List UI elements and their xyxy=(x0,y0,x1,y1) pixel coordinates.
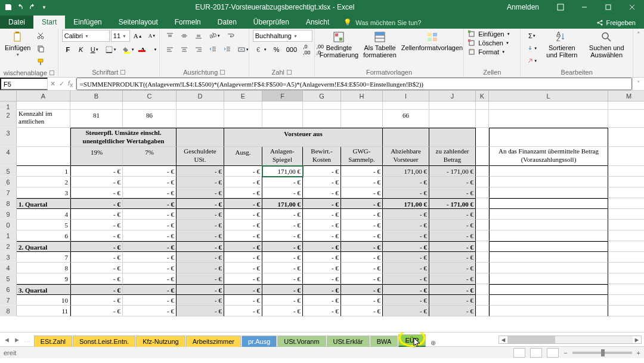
cell[interactable]: - € xyxy=(429,177,476,187)
cell[interactable]: - € xyxy=(429,273,476,284)
tab-nav[interactable]: ◄►… xyxy=(0,336,34,343)
percent-icon[interactable]: % xyxy=(271,44,283,56)
cell[interactable]: - € xyxy=(262,220,303,230)
cell[interactable]: - € xyxy=(70,263,123,273)
tab-pagelayout[interactable]: Seitenlayout xyxy=(110,16,166,29)
undo-icon[interactable] xyxy=(16,2,25,12)
horizontal-scrollbar[interactable]: ◄► xyxy=(499,336,642,344)
col-header-c[interactable]: C xyxy=(123,91,177,101)
cell[interactable]: - € xyxy=(224,252,262,263)
cell[interactable]: - € xyxy=(383,209,429,220)
font-name-combo[interactable]: Calibri▼ xyxy=(62,30,110,42)
sheet-tab-estzahl[interactable]: ESt.Zahl xyxy=(34,336,72,347)
cell[interactable]: - € xyxy=(177,295,224,306)
cell[interactable]: 171,00 € xyxy=(262,166,303,177)
cell[interactable]: - € xyxy=(70,295,123,306)
cell[interactable] xyxy=(476,295,489,306)
row-header[interactable]: 5 xyxy=(0,166,17,177)
align-bottom-icon[interactable] xyxy=(192,30,205,42)
cell[interactable]: - € xyxy=(177,166,224,177)
cell[interactable] xyxy=(608,166,644,177)
sign-in-link[interactable]: Anmelden xyxy=(497,3,549,11)
cell[interactable]: - € xyxy=(224,177,262,187)
cell[interactable]: - € xyxy=(303,284,341,295)
cell[interactable] xyxy=(608,187,644,198)
cell[interactable] xyxy=(608,209,644,220)
cell[interactable]: - € xyxy=(303,177,341,187)
cell[interactable]: - € xyxy=(70,306,123,316)
cell[interactable]: - € xyxy=(262,263,303,273)
cell[interactable]: - € xyxy=(224,306,262,316)
cell[interactable] xyxy=(429,101,476,110)
format-painter-icon[interactable] xyxy=(34,56,47,68)
cell[interactable]: - € xyxy=(341,295,383,306)
cell[interactable] xyxy=(608,101,644,110)
minimize-icon[interactable] xyxy=(572,0,596,14)
cell[interactable] xyxy=(476,284,489,295)
cell[interactable]: - € xyxy=(429,220,476,230)
cell[interactable]: - € xyxy=(123,209,177,220)
cell[interactable]: - € xyxy=(123,284,177,295)
row-header[interactable]: 7 xyxy=(0,187,17,198)
accounting-icon[interactable]: €▼ xyxy=(253,44,270,56)
cell[interactable]: - € xyxy=(303,295,341,306)
sheet-tab-prausg[interactable]: pr.Ausg xyxy=(242,336,277,347)
cell[interactable]: - € xyxy=(429,187,476,198)
cell[interactable]: - € xyxy=(429,284,476,295)
cell[interactable] xyxy=(224,101,262,110)
col-header-a[interactable]: A xyxy=(17,91,70,101)
cell[interactable]: - € xyxy=(341,220,383,230)
cell[interactable]: 7 xyxy=(17,252,70,263)
cell[interactable] xyxy=(608,252,644,263)
cell[interactable]: - € xyxy=(70,198,123,209)
cell[interactable]: - € xyxy=(383,295,429,306)
cell[interactable]: - € xyxy=(383,230,429,241)
cell[interactable] xyxy=(489,295,608,306)
cell[interactable]: - € xyxy=(177,220,224,230)
cell[interactable]: 171,00 € xyxy=(383,198,429,209)
cell[interactable]: 19% xyxy=(70,147,123,166)
cell[interactable]: - € xyxy=(224,220,262,230)
cell[interactable]: 66 xyxy=(383,110,429,128)
find-select-button[interactable]: Suchen und Auswählen xyxy=(584,30,629,60)
cell[interactable]: - € xyxy=(341,306,383,316)
cell[interactable]: - € xyxy=(429,295,476,306)
cell[interactable]: - € xyxy=(70,166,123,177)
grow-font-icon[interactable]: A▲ xyxy=(131,30,145,42)
redo-icon[interactable] xyxy=(27,2,37,12)
cell[interactable] xyxy=(608,177,644,187)
row-header[interactable]: 7 xyxy=(0,295,17,306)
cancel-formula-icon[interactable]: ✕ xyxy=(50,80,55,88)
cut-icon[interactable] xyxy=(34,30,47,42)
tab-file[interactable]: Datei xyxy=(0,16,33,29)
clipboard-dialog-icon[interactable] xyxy=(49,70,54,75)
cell[interactable]: zu zahlender Betrag xyxy=(429,147,476,166)
cell[interactable] xyxy=(476,306,489,316)
cell[interactable]: 5 xyxy=(17,220,70,230)
orientation-icon[interactable]: ab▼ xyxy=(206,30,223,42)
cell[interactable] xyxy=(177,128,224,147)
cell[interactable]: 3 xyxy=(17,187,70,198)
cell[interactable]: - € xyxy=(70,273,123,284)
col-header-e[interactable]: E xyxy=(224,91,262,101)
cell[interactable]: - € xyxy=(224,230,262,241)
cell[interactable]: An das Finanzamt übermittelte Betrag (Vo… xyxy=(489,147,608,166)
font-dialog-icon[interactable] xyxy=(120,70,125,75)
cell[interactable]: - € xyxy=(123,177,177,187)
col-header-k[interactable]: K xyxy=(476,91,489,101)
inc-decimal-icon[interactable]: ,0,00 xyxy=(301,44,313,56)
row-header[interactable]: 8 xyxy=(0,306,17,316)
cell[interactable]: - € xyxy=(123,263,177,273)
cell[interactable]: - € xyxy=(224,241,262,252)
cell[interactable]: Anlagen-Spiegel xyxy=(262,147,303,166)
cell[interactable] xyxy=(341,101,383,110)
sheet-tab-usterklar[interactable]: USt.Erklär xyxy=(327,336,370,347)
number-format-combo[interactable]: Buchhaltung▼ xyxy=(253,30,312,42)
cell[interactable] xyxy=(489,198,608,209)
cell[interactable]: 171,00 € xyxy=(383,166,429,177)
cell[interactable] xyxy=(608,230,644,241)
cell[interactable] xyxy=(476,166,489,177)
col-header-h[interactable]: H xyxy=(341,91,383,101)
col-header-d[interactable]: D xyxy=(177,91,224,101)
expand-formula-bar-icon[interactable]: ˅ xyxy=(632,78,644,90)
